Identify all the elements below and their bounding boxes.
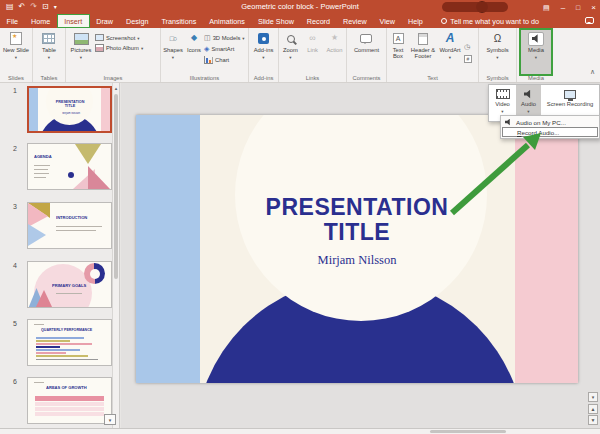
tab-home[interactable]: Home <box>25 14 57 28</box>
header-footer-button[interactable]: Header & Footer <box>410 30 436 74</box>
slide-thumbnail-panel: 1 2 3 4 5 6 PRESENTATION TITLE Mirjam Ni… <box>0 83 120 428</box>
slide-thumbnail-1[interactable]: PRESENTATION TITLE Mirjam Nilsson <box>27 86 112 133</box>
wordart-icon <box>446 32 455 45</box>
photo-album-button[interactable]: Photo Album <box>95 44 143 52</box>
minimize-icon[interactable] <box>561 3 565 12</box>
shapes-button[interactable]: Shapes <box>162 30 184 74</box>
group-label-slides: Slides <box>0 75 32 81</box>
text-box-button[interactable]: Text Box <box>388 30 408 74</box>
chevron-down-icon <box>172 54 174 60</box>
slide-subtitle-text[interactable]: Mirjam Nilsson <box>241 253 473 268</box>
tell-me-search[interactable]: Tell me what you want to do <box>441 14 539 28</box>
group-label-comments: Comments <box>347 75 386 81</box>
tell-me-label: Tell me what you want to do <box>450 17 539 26</box>
chevron-down-icon <box>535 54 537 60</box>
collapse-ribbon-icon[interactable] <box>590 68 595 76</box>
speaker-icon <box>532 34 541 43</box>
save-icon[interactable] <box>6 3 14 11</box>
chevron-down-icon <box>262 54 264 60</box>
next-slide-button[interactable]: ▼ <box>588 415 598 425</box>
tab-file[interactable]: File <box>0 14 25 28</box>
group-label-images: Images <box>66 75 160 81</box>
chart-icon <box>204 56 213 64</box>
link-button[interactable]: Link <box>304 30 322 74</box>
chevron-down-icon <box>141 45 143 51</box>
pictures-button[interactable]: Pictures <box>67 30 95 74</box>
start-slideshow-icon[interactable] <box>42 3 49 11</box>
title-bar: Geometric color block - PowerPoint <box>0 0 600 14</box>
customize-qat-icon[interactable] <box>54 3 57 11</box>
group-label-illustrations: Illustrations <box>161 75 248 81</box>
smartart-button[interactable]: SmartArt <box>204 45 245 53</box>
zoom-button[interactable]: Zoom <box>281 30 301 74</box>
chevron-down-icon <box>496 54 498 60</box>
ribbon: New Slide Slides Table Tables Pictures <box>0 28 600 83</box>
slide-title-text[interactable]: PRESENTATION TITLE <box>241 195 473 245</box>
tab-help[interactable]: Help <box>402 14 430 28</box>
omega-symbol-icon <box>494 33 501 44</box>
slide-number: 5 <box>13 320 17 327</box>
icons-button[interactable]: Icons <box>184 30 204 74</box>
audio-icon <box>524 90 533 99</box>
audio-on-my-pc-item[interactable]: Audio on My PC... <box>502 117 598 127</box>
tab-transitions[interactable]: Transitions <box>155 14 203 28</box>
horizontal-scrollbar-thumb[interactable] <box>430 430 506 433</box>
tab-review[interactable]: Review <box>337 14 374 28</box>
tab-record[interactable]: Record <box>300 14 336 28</box>
tab-animations[interactable]: Animations <box>203 14 252 28</box>
wordart-button[interactable]: WordArt <box>438 30 462 74</box>
tab-design[interactable]: Design <box>120 14 155 28</box>
slide-thumbnail-4[interactable]: PRIMARY GOALS <box>27 261 112 308</box>
comment-button[interactable]: Comment <box>354 30 379 74</box>
chevron-down-icon <box>15 54 17 60</box>
screenshot-button[interactable]: Screenshot <box>95 34 143 41</box>
add-ins-icon <box>258 33 269 44</box>
table-button[interactable]: Table <box>42 30 56 74</box>
group-label-links: Links <box>279 75 346 81</box>
tab-slide-show[interactable]: Slide Show <box>251 14 300 28</box>
chart-button[interactable]: Chart <box>204 56 245 64</box>
chevron-down-icon <box>501 108 503 115</box>
redo-icon[interactable] <box>30 3 37 11</box>
3d-models-button[interactable]: 3D Models <box>204 34 245 42</box>
table-icon <box>42 33 55 44</box>
audio-submenu: Audio on My PC... Record Audio... <box>500 115 600 139</box>
date-time-icon[interactable] <box>464 35 472 53</box>
thumbnail-scrollbar[interactable] <box>112 83 119 428</box>
media-button[interactable]: Media <box>521 30 551 74</box>
thumbnail-scroll-down-button[interactable] <box>104 414 116 425</box>
scroll-down-button[interactable]: ▾ <box>588 392 598 402</box>
ribbon-group-images: Pictures Screenshot Photo Album Images <box>66 28 161 82</box>
slide-thumbnail-2[interactable]: AGENDA <box>27 143 112 190</box>
symbols-button[interactable]: Symbols <box>486 30 508 74</box>
previous-slide-button[interactable]: ▲ <box>588 404 598 414</box>
current-slide[interactable]: PRESENTATION TITLE Mirjam Nilsson <box>136 115 578 383</box>
group-label-tables: Tables <box>33 75 65 81</box>
slide-number-icon[interactable] <box>464 55 472 63</box>
chevron-down-icon <box>80 54 82 60</box>
close-icon[interactable] <box>591 3 596 12</box>
chevron-down-icon <box>289 54 291 60</box>
slide-thumbnail-6[interactable]: AREAS OF GROWTH <box>27 377 112 424</box>
feedback-comment-icon[interactable] <box>585 17 594 24</box>
screen-recording-icon <box>564 90 576 99</box>
slide-number: 3 <box>13 203 17 210</box>
action-icon <box>331 34 338 43</box>
undo-icon[interactable] <box>19 3 26 11</box>
new-slide-button[interactable]: New Slide <box>3 30 29 74</box>
add-ins-button[interactable]: Add-ins <box>254 30 274 74</box>
slide-thumbnail-3[interactable]: INTRODUCTION <box>27 202 112 249</box>
scroll-up-icon[interactable] <box>113 84 119 92</box>
ribbon-tab-bar: File Home Insert Draw Design Transitions… <box>0 14 600 28</box>
record-audio-item[interactable]: Record Audio... <box>502 127 598 137</box>
slide-right-band-shape <box>515 115 578 383</box>
ribbon-display-options-icon[interactable] <box>543 3 550 12</box>
3d-models-icon <box>204 34 211 42</box>
tab-view[interactable]: View <box>373 14 401 28</box>
maximize-icon[interactable] <box>576 3 580 12</box>
tab-insert[interactable]: Insert <box>57 14 90 28</box>
slide-thumbnail-5[interactable]: QUARTERLY PERFORMANCE <box>27 319 112 366</box>
tab-draw[interactable]: Draw <box>90 14 120 28</box>
action-button[interactable]: Action <box>325 30 345 74</box>
scrollbar-thumb[interactable] <box>114 94 118 279</box>
